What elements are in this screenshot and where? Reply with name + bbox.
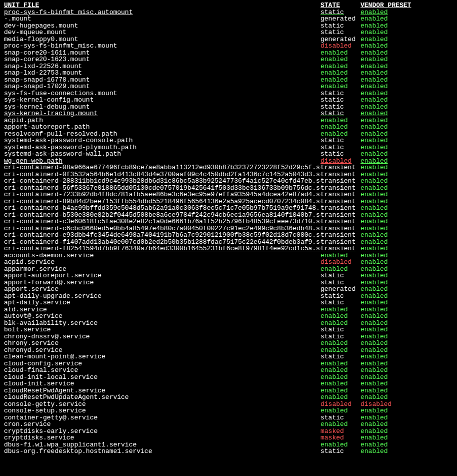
unit-preset: enabled — [360, 340, 453, 347]
unit-row: blk-availability.serviceenabledenabled — [4, 320, 453, 327]
unit-name: dbus-org.freedesktop.hostname1.service — [4, 448, 320, 455]
unit-name: apport-autoreport.service — [4, 272, 320, 279]
unit-preset: enabled — [360, 117, 453, 124]
unit-preset: enabled — [360, 225, 453, 232]
unit-state: static — [320, 9, 360, 16]
unit-preset: enabled — [360, 97, 453, 104]
unit-row: cryptdisks.servicemaskedenabled — [4, 434, 453, 441]
unit-name: sys-kernel-debug.mount — [4, 104, 320, 111]
unit-preset: enabled — [360, 272, 453, 279]
unit-row: cri-containerd-c3e60618fc5fae308e2e82c1a… — [4, 218, 453, 225]
unit-name: apt-daily.service — [4, 299, 320, 306]
unit-row: console-setup.serviceenabledenabled — [4, 407, 453, 414]
unit-name: apport-forward@.service — [4, 279, 320, 286]
unit-state: static — [320, 333, 360, 340]
header-unit: UNIT FILE — [4, 2, 320, 9]
unit-row: -.mountgeneratedenabled — [4, 16, 453, 23]
unit-state: static — [320, 448, 360, 455]
unit-preset: enabled — [360, 232, 453, 239]
unit-row: accounts-daemon.serviceenabledenabled — [4, 252, 453, 259]
unit-preset: enabled — [360, 394, 453, 401]
unit-preset: enabled — [360, 326, 453, 333]
unit-state: enabled — [320, 131, 360, 138]
unit-name: sys-kernel-config.mount — [4, 97, 320, 104]
unit-preset: enabled — [360, 16, 453, 23]
unit-preset: enabled — [360, 218, 453, 225]
unit-state: static — [320, 97, 360, 104]
unit-preset: enabled — [360, 266, 453, 273]
unit-row: cri-containerd-288311bb1cd9c4c993b28db6d… — [4, 178, 453, 185]
unit-preset: enabled — [360, 252, 453, 259]
unit-row: dev-hugepages.mountstaticenabled — [4, 23, 453, 30]
unit-state: transient — [320, 178, 360, 185]
unit-preset: enabled — [360, 9, 453, 16]
unit-row: chrony.serviceenabledenabled — [4, 340, 453, 347]
unit-row: atd.serviceenabledenabled — [4, 306, 453, 313]
unit-row: apport.servicegeneratedenabled — [4, 286, 453, 293]
unit-name: cri-containerd-0f3532a564b6e1d413c843d4e… — [4, 171, 320, 178]
unit-row: cri-containerd-c6cbc0660ed5e0bb4a85497e4… — [4, 225, 453, 232]
unit-preset: enabled — [360, 428, 453, 435]
unit-preset: enabled — [360, 333, 453, 340]
unit-state: enabled — [320, 421, 360, 428]
unit-preset: enabled — [360, 43, 453, 50]
unit-row: apparmor.serviceenabledenabled — [4, 266, 453, 273]
unit-name: cri-containerd-288311bb1cd9c4c993b28db6d… — [4, 178, 320, 185]
unit-state: transient — [320, 218, 360, 225]
unit-preset: enabled — [360, 36, 453, 43]
unit-preset: enabled — [360, 205, 453, 212]
unit-state: transient — [320, 191, 360, 198]
unit-preset: enabled — [360, 171, 453, 178]
unit-row: container-getty@.servicestaticenabled — [4, 414, 453, 421]
unit-name: cron.service — [4, 421, 320, 428]
unit-name: apport.service — [4, 286, 320, 293]
unit-state: enabled — [320, 367, 360, 374]
unit-preset: enabled — [360, 70, 453, 77]
unit-preset: enabled — [360, 313, 453, 320]
unit-row: cri-containerd-b530e380e82b2f0445d508be8… — [4, 212, 453, 219]
unit-row: chronyd.serviceenabledenabled — [4, 347, 453, 354]
unit-preset: enabled — [360, 306, 453, 313]
unit-name: cri-containerd-c3e60618fc5fae308e2e82c1a… — [4, 218, 320, 225]
unit-name: chronyd.service — [4, 347, 320, 354]
unit-state: static — [320, 137, 360, 144]
unit-row: cloudResetPwdAgent.serviceenabledenabled — [4, 387, 453, 394]
unit-name: acpid.path — [4, 117, 320, 124]
unit-state: static — [320, 293, 360, 300]
unit-state: static — [320, 414, 360, 421]
unit-row: cron.serviceenabledenabled — [4, 421, 453, 428]
unit-preset: enabled — [360, 279, 453, 286]
unit-preset: enabled — [360, 23, 453, 30]
unit-name: proc-sys-fs-binfmt_misc.automount — [4, 9, 320, 16]
unit-state: generated — [320, 16, 360, 23]
unit-row: cri-containerd-08a966ae677496fcb89ce7ae8… — [4, 164, 453, 171]
unit-row: cryptdisks-early.servicemaskedenabled — [4, 428, 453, 435]
unit-state: transient — [320, 171, 360, 178]
unit-preset: enabled — [360, 83, 453, 90]
unit-preset: enabled — [360, 164, 453, 171]
unit-state: transient — [320, 212, 360, 219]
unit-row: systemd-ask-password-console.pathstatice… — [4, 137, 453, 144]
unit-preset: enabled — [360, 259, 453, 266]
unit-state: enabled — [320, 347, 360, 354]
unit-name: chrony-dnssrv@.service — [4, 333, 320, 340]
unit-state: enabled — [320, 77, 360, 84]
unit-preset: enabled — [360, 286, 453, 293]
unit-row: media-floppy0.mountgeneratedenabled — [4, 36, 453, 43]
unit-state: transient — [320, 232, 360, 239]
unit-preset: enabled — [360, 185, 453, 192]
unit-name: media-floppy0.mount — [4, 36, 320, 43]
unit-preset: enabled — [360, 407, 453, 414]
unit-name: cri-containerd-f82541594d7bb9f76340a7b64… — [4, 245, 320, 252]
unit-name: snap-snapd-16778.mount — [4, 77, 320, 84]
unit-preset: enabled — [360, 90, 453, 97]
header-preset: VENDOR PRESET — [360, 2, 453, 9]
header-row: UNIT FILESTATEVENDOR PRESET — [4, 2, 453, 9]
unit-row: dbus-org.freedesktop.hostname1.servicest… — [4, 448, 453, 455]
unit-name: cloudResetPwdAgent.service — [4, 387, 320, 394]
unit-preset: enabled — [360, 63, 453, 70]
unit-name: cryptdisks-early.service — [4, 428, 320, 435]
unit-preset: enabled — [360, 380, 453, 387]
unit-state: transient — [320, 245, 360, 252]
unit-file-list: UNIT FILESTATEVENDOR PRESETproc-sys-fs-b… — [4, 2, 453, 455]
